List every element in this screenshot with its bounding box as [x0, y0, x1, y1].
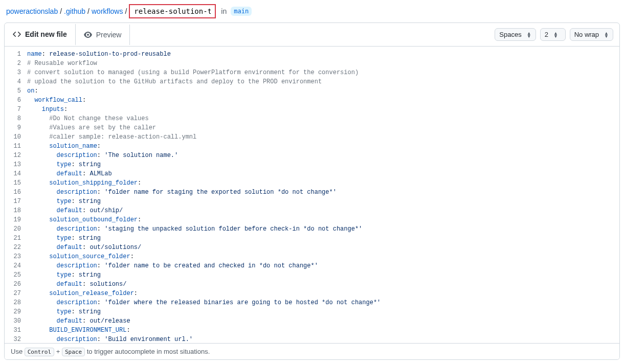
code-text[interactable]: type: string [27, 234, 619, 243]
code-text[interactable]: solution_source_folder: [27, 252, 619, 261]
code-line[interactable]: 28 description: 'folder where the releas… [5, 298, 619, 307]
line-number: 18 [5, 206, 27, 215]
code-line[interactable]: 12 description: 'The solution name.' [5, 151, 619, 160]
code-line[interactable]: 18 default: out/ship/ [5, 206, 619, 215]
code-line[interactable]: 31 BUILD_ENVIRONMENT_URL: [5, 326, 619, 335]
code-line[interactable]: 26 default: solutions/ [5, 280, 619, 289]
breadcrumb-path-github[interactable]: .github [64, 7, 85, 15]
code-line[interactable]: 24 description: 'folder name to be creat… [5, 261, 619, 270]
code-line[interactable]: 30 default: out/release [5, 316, 619, 326]
line-number: 8 [5, 114, 27, 123]
code-text[interactable]: # convert solution to managed (using a b… [27, 68, 619, 77]
code-text[interactable]: inputs: [27, 105, 619, 114]
breadcrumb-path-workflows[interactable]: workflows [92, 7, 123, 15]
line-number: 4 [5, 77, 27, 86]
tab-preview-label: Preview [96, 31, 122, 39]
code-text[interactable]: solution_name: [27, 142, 619, 151]
kbd-space: Space [62, 348, 85, 356]
line-number: 2 [5, 59, 27, 68]
code-text[interactable]: type: string [27, 160, 619, 169]
code-line[interactable]: 10 #caller sample: release-action-call.y… [5, 132, 619, 142]
kbd-control: Control [25, 348, 54, 356]
line-number: 19 [5, 215, 27, 224]
code-line[interactable]: 19 solution_outbound_folder: [5, 215, 619, 224]
code-line[interactable]: 11 solution_name: [5, 142, 619, 151]
code-text[interactable]: default: out/release [27, 316, 619, 326]
code-line[interactable]: 32 description: 'Build environment url.' [5, 335, 619, 343]
code-text[interactable]: default: solutions/ [27, 280, 619, 289]
code-text[interactable]: description: 'The solution name.' [27, 151, 619, 160]
indent-size-select[interactable]: 2 ▲▼ [540, 28, 566, 41]
code-text[interactable]: #Values are set by the caller [27, 123, 619, 132]
code-line[interactable]: 9 #Values are set by the caller [5, 123, 619, 132]
code-line[interactable]: 15 solution_shipping_folder: [5, 178, 619, 188]
code-editor[interactable]: 1name: release-solution-to-prod-reusable… [5, 47, 619, 343]
code-text[interactable]: # Reusable workflow [27, 59, 619, 68]
code-text[interactable]: description: 'folder name for staging th… [27, 188, 619, 197]
in-label: in [221, 7, 227, 15]
code-line[interactable]: 27 solution_release_folder: [5, 289, 619, 298]
code-line[interactable]: 25 type: string [5, 270, 619, 280]
code-text[interactable]: type: string [27, 270, 619, 280]
code-text[interactable]: default: out/solutions/ [27, 243, 619, 252]
code-line[interactable]: 8 #Do Not change these values [5, 114, 619, 123]
code-line[interactable]: 13 type: string [5, 160, 619, 169]
code-text[interactable]: description: 'folder where the released … [27, 298, 619, 307]
code-line[interactable]: 1name: release-solution-to-prod-reusable [5, 50, 619, 59]
code-text[interactable]: on: [27, 86, 619, 96]
code-line[interactable]: 3# convert solution to managed (using a … [5, 68, 619, 77]
code-line[interactable]: 29 type: string [5, 307, 619, 316]
code-text[interactable]: type: string [27, 197, 619, 206]
code-text[interactable]: description: 'folder name to be created … [27, 261, 619, 270]
code-text[interactable]: default: out/ship/ [27, 206, 619, 215]
line-number: 22 [5, 243, 27, 252]
line-number: 30 [5, 316, 27, 326]
editor-footer: Use Control + Space to trigger autocompl… [5, 343, 619, 359]
line-number: 17 [5, 197, 27, 206]
tab-preview[interactable]: Preview [76, 25, 130, 45]
code-text[interactable]: name: release-solution-to-prod-reusable [27, 50, 619, 59]
code-line[interactable]: 21 type: string [5, 234, 619, 243]
code-text[interactable]: #Do Not change these values [27, 114, 619, 123]
code-text[interactable]: solution_release_folder: [27, 289, 619, 298]
code-text[interactable]: workflow_call: [27, 96, 619, 105]
line-number: 26 [5, 280, 27, 289]
code-text[interactable]: default: ALMLab [27, 169, 619, 178]
line-number: 28 [5, 298, 27, 307]
code-text[interactable]: BUILD_ENVIRONMENT_URL: [27, 326, 619, 335]
code-line[interactable]: 7 inputs: [5, 105, 619, 114]
code-text[interactable]: # upload the solution to the GitHub arti… [27, 77, 619, 86]
breadcrumb-repo[interactable]: poweractionslab [6, 7, 58, 15]
indent-mode-select[interactable]: Spaces ▲▼ [495, 28, 536, 41]
code-line[interactable]: 2# Reusable workflow [5, 59, 619, 68]
line-number: 14 [5, 169, 27, 178]
line-number: 9 [5, 123, 27, 132]
code-text[interactable]: #caller sample: release-action-call.ymnl [27, 132, 619, 142]
indent-size-value: 2 [545, 31, 548, 38]
code-text[interactable]: solution_shipping_folder: [27, 178, 619, 188]
code-line[interactable]: 22 default: out/solutions/ [5, 243, 619, 252]
code-line[interactable]: 5on: [5, 86, 619, 96]
code-line[interactable]: 16 description: 'folder name for staging… [5, 188, 619, 197]
wrap-mode-select[interactable]: No wrap ▲▼ [570, 28, 613, 41]
eye-icon [84, 31, 92, 39]
code-line[interactable]: 23 solution_source_folder: [5, 252, 619, 261]
code-text[interactable]: type: string [27, 307, 619, 316]
code-text[interactable]: description: 'staging the unpacked solut… [27, 224, 619, 234]
branch-badge[interactable]: main [231, 7, 252, 16]
editor-settings: Spaces ▲▼ 2 ▲▼ No wrap ▲▼ [495, 28, 619, 41]
code-line[interactable]: 4# upload the solution to the GitHub art… [5, 77, 619, 86]
indent-mode-value: Spaces [499, 31, 521, 38]
code-text[interactable]: description: 'Build environment url.' [27, 335, 619, 343]
code-line[interactable]: 14 default: ALMLab [5, 169, 619, 178]
code-line[interactable]: 17 type: string [5, 197, 619, 206]
code-line[interactable]: 6 workflow_call: [5, 96, 619, 105]
line-number: 23 [5, 252, 27, 261]
code-text[interactable]: solution_outbound_folder: [27, 215, 619, 224]
code-line[interactable]: 20 description: 'staging the unpacked so… [5, 224, 619, 234]
select-arrows-icon: ▲▼ [553, 32, 558, 38]
filename-input[interactable] [129, 4, 216, 18]
tabs-row: Edit new file Preview Spaces ▲▼ 2 ▲▼ No … [5, 23, 619, 47]
tab-edit-file[interactable]: Edit new file [5, 24, 76, 46]
line-number: 25 [5, 270, 27, 280]
